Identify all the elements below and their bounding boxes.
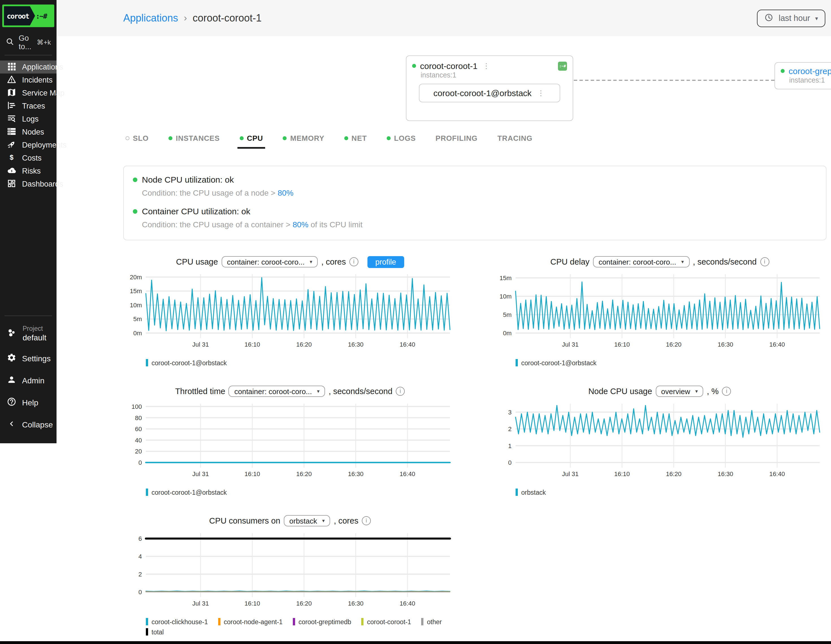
time-range-label: last hour	[779, 14, 810, 22]
sidebar-item-help[interactable]: Help	[0, 391, 57, 413]
legend-item[interactable]: coroot-coroot-1@orbstack	[146, 359, 227, 367]
legend-label: total	[151, 628, 164, 635]
status-check: Container CPU utilization: ok Condition:…	[133, 206, 817, 229]
sidebar-item-label: Collapse	[22, 420, 53, 429]
nodes-icon	[7, 126, 16, 138]
legend-label: coroot-node-agent-1	[224, 618, 282, 625]
profile-button[interactable]: profile	[368, 256, 404, 268]
project-name: default	[22, 333, 46, 343]
chart-title: CPU usage	[176, 257, 218, 266]
sidebar-item-admin[interactable]: Admin	[0, 369, 57, 391]
bottom-bar	[0, 641, 831, 644]
app-card: coroot-coroot-1 ⋮ :~# instances:1 coroot…	[406, 56, 573, 121]
sidebar-item-logs[interactable]: Logs	[0, 113, 57, 126]
sidebar-item-settings[interactable]: Settings	[0, 347, 57, 369]
legend-label: coroot-clickhouse-1	[151, 618, 208, 625]
chart-unit-suffix: , cores	[334, 516, 358, 525]
svg-text:60: 60	[135, 426, 142, 432]
breadcrumb-applications-link[interactable]: Applications	[123, 12, 178, 24]
traces-icon	[7, 100, 16, 112]
legend-item[interactable]: coroot-clickhouse-1	[146, 618, 208, 625]
info-icon[interactable]: i	[396, 387, 405, 396]
sidebar-item-label: Traces	[22, 102, 45, 110]
logs-icon	[7, 113, 16, 125]
report-tabs: SLOINSTANCESCPUMEMORYNETLOGSPROFILINGTRA…	[123, 131, 826, 149]
upstream-name[interactable]: coroot-greptimedb	[789, 66, 831, 76]
sidebar-item-deployments[interactable]: Deployments	[0, 139, 57, 151]
metric-selector-dropdown[interactable]: container: coroot-coro...▾	[221, 256, 318, 268]
coroot-logo[interactable]: coroot :~#	[2, 5, 54, 27]
person-icon	[7, 375, 16, 386]
tab-tracing[interactable]: TRACING	[495, 131, 535, 149]
chart-throttled-time: Throttled timecontainer: coroot-coro...▾…	[123, 383, 457, 496]
legend-swatch-icon	[218, 618, 220, 625]
metric-selector-dropdown[interactable]: container: coroot-coro...▾	[229, 386, 325, 397]
goto-label: Go to...	[19, 34, 32, 51]
sidebar-item-label: Nodes	[22, 128, 44, 136]
breadcrumb-chevron-icon: ›	[184, 13, 187, 24]
chart-cpu-usage: CPU usagecontainer: coroot-coro...▾, cor…	[123, 254, 457, 367]
dropdown-arrow-icon: ▾	[317, 389, 320, 394]
metric-selector-value: orbstack	[290, 516, 317, 525]
tab-memory[interactable]: MEMORY	[281, 131, 327, 149]
sidebar-item-service-map[interactable]: Service Map	[0, 86, 57, 99]
svg-text:0: 0	[508, 459, 512, 466]
legend-item[interactable]: coroot-node-agent-1	[218, 618, 282, 625]
legend-item[interactable]: total	[146, 628, 164, 636]
svg-text:5m: 5m	[503, 311, 512, 318]
tab-cpu[interactable]: CPU	[237, 131, 265, 149]
info-icon[interactable]: i	[362, 516, 371, 525]
legend-swatch-icon	[293, 618, 295, 625]
sidebar-item-collapse[interactable]: Collapse	[0, 413, 57, 435]
chart-title: Node CPU usage	[588, 387, 652, 396]
metric-selector-dropdown[interactable]: orbstack▾	[284, 515, 330, 526]
sidebar-project[interactable]: Project default	[0, 321, 57, 347]
service-map-panel: coroot-coroot-1 ⋮ :~# instances:1 coroot…	[123, 56, 826, 127]
svg-text:0: 0	[138, 588, 142, 596]
chart-plot: Jul 3116:1016:2016:3016:400m5m10m15m	[493, 271, 822, 350]
sidebar-item-traces[interactable]: Traces	[0, 99, 57, 113]
sidebar-item-risks[interactable]: Risks	[0, 164, 57, 177]
app-name[interactable]: coroot-coroot-1	[420, 61, 478, 71]
dropdown-arrow-icon: ▾	[310, 259, 312, 265]
legend-label: coroot-coroot-1	[367, 618, 411, 625]
instance-box[interactable]: coroot-coroot-1@orbstack ⋮	[419, 84, 560, 102]
tab-profiling[interactable]: PROFILING	[433, 131, 480, 149]
tab-logs[interactable]: LOGS	[384, 131, 418, 149]
app-kebab-icon[interactable]: ⋮	[481, 62, 491, 70]
project-hexagons-icon	[7, 328, 17, 340]
svg-text:16:30: 16:30	[718, 470, 733, 478]
legend-item[interactable]: coroot-coroot-1@orbstack	[516, 359, 596, 367]
sidebar-nav: ApplicationsIncidentsService MapTracesLo…	[0, 61, 57, 191]
tab-instances[interactable]: INSTANCES	[166, 131, 222, 149]
legend-swatch-icon	[146, 488, 148, 496]
info-icon[interactable]: i	[349, 257, 358, 266]
tab-net[interactable]: NET	[342, 131, 369, 149]
check-threshold[interactable]: 80%	[293, 220, 308, 229]
sidebar-item-costs[interactable]: $Costs	[0, 151, 57, 164]
tab-slo[interactable]: SLO	[123, 131, 151, 149]
time-range-picker[interactable]: last hour ▾	[757, 10, 825, 27]
instance-name[interactable]: coroot-coroot-1@orbstack	[433, 88, 532, 98]
legend-item[interactable]: coroot-coroot-1@orbstack	[146, 488, 227, 496]
sidebar-item-applications[interactable]: Applications	[0, 61, 57, 73]
legend-item[interactable]: coroot-coroot-1	[361, 618, 411, 625]
instance-kebab-icon[interactable]: ⋮	[536, 89, 546, 97]
chart-cpu-delay: CPU delaycontainer: coroot-coro...▾, sec…	[493, 254, 826, 367]
legend-item[interactable]: orbstack	[516, 488, 546, 496]
svg-text:0m: 0m	[503, 330, 512, 337]
sidebar-item-dashboards[interactable]: Dashboards	[0, 177, 57, 191]
metric-selector-dropdown[interactable]: container: coroot-coro...▾	[593, 256, 690, 268]
info-icon[interactable]: i	[722, 387, 731, 396]
metric-selector-dropdown[interactable]: overview▾	[656, 386, 704, 397]
legend-item[interactable]: other	[422, 618, 442, 625]
chart-legend: coroot-clickhouse-1coroot-node-agent-1co…	[146, 618, 457, 636]
legend-item[interactable]: coroot-greptimedb	[293, 618, 351, 625]
tab-ok-dot-icon	[169, 136, 172, 140]
info-icon[interactable]: i	[760, 257, 769, 266]
svg-text:3: 3	[508, 409, 512, 416]
goto-search[interactable]: Go to... ⌘+k	[0, 35, 57, 50]
check-threshold[interactable]: 80%	[277, 188, 293, 197]
sidebar-item-nodes[interactable]: Nodes	[0, 126, 57, 139]
sidebar-item-incidents[interactable]: Incidents	[0, 73, 57, 86]
